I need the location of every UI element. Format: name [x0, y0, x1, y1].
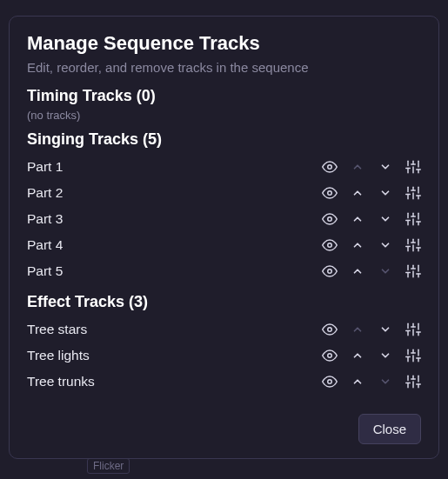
svg-point-30 — [328, 243, 332, 248]
dialog-footer: Close — [27, 414, 421, 444]
track-row: Tree stars — [27, 316, 421, 343]
track-row: Tree lights — [27, 343, 421, 369]
sliders-icon[interactable] — [405, 211, 421, 227]
svg-point-40 — [328, 269, 332, 274]
svg-point-20 — [328, 217, 332, 222]
close-button[interactable]: Close — [358, 414, 421, 444]
track-name: Part 1 — [27, 159, 63, 175]
chevron-up-icon[interactable] — [350, 211, 365, 227]
singing-tracks-header: Singing Tracks (5) — [27, 130, 421, 149]
sliders-icon[interactable] — [405, 263, 421, 279]
track-row: Part 3 — [27, 206, 421, 232]
chevron-down-icon — [378, 263, 393, 279]
track-actions — [322, 322, 421, 337]
sliders-icon[interactable] — [405, 185, 421, 201]
chevron-down-icon[interactable] — [378, 211, 393, 227]
svg-point-50 — [328, 328, 332, 332]
svg-point-70 — [328, 380, 332, 384]
track-row: Tree trunks — [27, 369, 421, 395]
eye-icon[interactable] — [322, 348, 338, 363]
chevron-up-icon[interactable] — [350, 237, 365, 253]
eye-icon[interactable] — [322, 374, 338, 389]
background-hint: Flicker — [87, 458, 130, 474]
track-row: Part 1 — [27, 154, 421, 180]
chevron-up-icon[interactable] — [350, 185, 365, 201]
dialog-title: Manage Sequence Tracks — [27, 32, 421, 55]
svg-point-60 — [328, 354, 332, 358]
chevron-up-icon[interactable] — [350, 263, 365, 279]
sliders-icon[interactable] — [405, 348, 421, 363]
chevron-down-icon — [378, 374, 393, 389]
track-actions — [322, 185, 421, 201]
sliders-icon[interactable] — [405, 237, 421, 253]
track-name: Tree lights — [27, 348, 90, 363]
track-actions — [322, 263, 421, 279]
track-actions — [322, 159, 421, 175]
svg-point-10 — [328, 191, 332, 196]
track-row: Part 2 — [27, 180, 421, 206]
chevron-down-icon[interactable] — [378, 159, 393, 175]
eye-icon[interactable] — [322, 237, 338, 253]
eye-icon[interactable] — [322, 185, 338, 201]
track-row: Part 4 — [27, 232, 421, 258]
effect-tracks-header: Effect Tracks (3) — [27, 293, 421, 311]
chevron-down-icon[interactable] — [378, 185, 393, 201]
track-actions — [322, 374, 421, 389]
eye-icon[interactable] — [322, 211, 338, 227]
effect-tracks-list: Tree starsTree lightsTree trunks — [27, 316, 421, 395]
eye-icon[interactable] — [322, 263, 338, 279]
chevron-down-icon[interactable] — [378, 322, 393, 337]
track-name: Tree stars — [27, 322, 87, 337]
track-name: Tree trunks — [27, 374, 95, 389]
chevron-up-icon[interactable] — [350, 374, 365, 389]
timing-tracks-empty: (no tracks) — [27, 109, 421, 122]
chevron-up-icon[interactable] — [350, 348, 365, 363]
timing-tracks-header: Timing Tracks (0) — [27, 87, 421, 105]
sliders-icon[interactable] — [405, 374, 421, 389]
track-actions — [322, 211, 421, 227]
track-actions — [322, 348, 421, 363]
track-name: Part 2 — [27, 185, 63, 201]
chevron-up-icon — [350, 322, 365, 337]
sliders-icon[interactable] — [405, 159, 421, 175]
svg-point-0 — [328, 165, 332, 170]
track-name: Part 3 — [27, 211, 63, 227]
track-name: Part 5 — [27, 263, 63, 279]
dialog-subtitle: Edit, reorder, and remove tracks in the … — [27, 60, 421, 75]
sliders-icon[interactable] — [405, 322, 421, 337]
manage-tracks-dialog: Manage Sequence Tracks Edit, reorder, an… — [9, 16, 439, 459]
eye-icon[interactable] — [322, 159, 338, 175]
track-actions — [322, 237, 421, 253]
chevron-up-icon — [350, 159, 365, 175]
chevron-down-icon[interactable] — [378, 237, 393, 253]
track-name: Part 4 — [27, 237, 63, 253]
track-row: Part 5 — [27, 258, 421, 284]
eye-icon[interactable] — [322, 322, 338, 337]
singing-tracks-list: Part 1Part 2Part 3Part 4Part 5 — [27, 154, 421, 284]
chevron-down-icon[interactable] — [378, 348, 393, 363]
